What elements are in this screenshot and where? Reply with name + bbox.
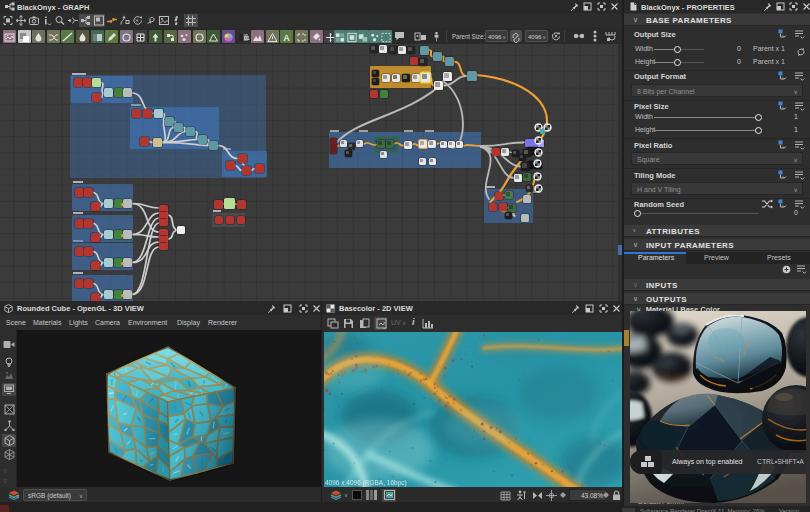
svg-text:01: 01 xyxy=(244,35,250,41)
svg-text:A: A xyxy=(284,33,291,43)
